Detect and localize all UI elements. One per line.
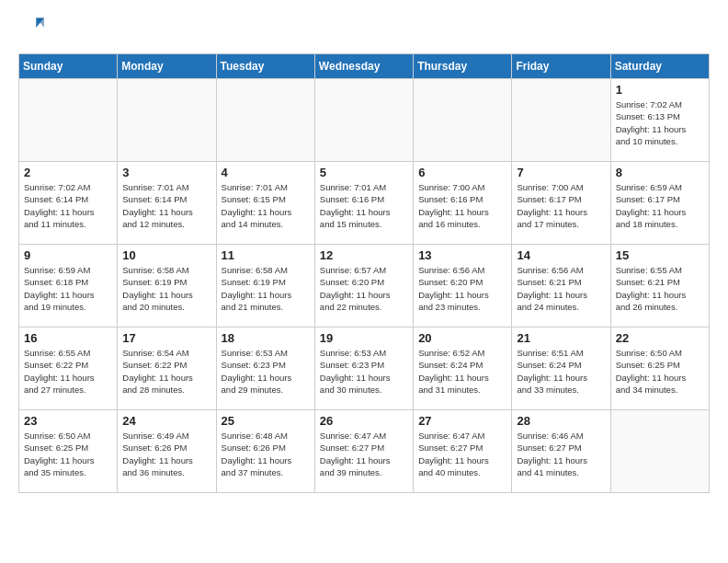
day-number: 14 <box>517 248 605 262</box>
day-number: 9 <box>24 248 112 262</box>
weekday-header-sunday: Sunday <box>19 54 118 79</box>
day-info: Sunrise: 7:01 AM Sunset: 6:15 PM Dayligh… <box>222 181 310 230</box>
day-info: Sunrise: 6:53 AM Sunset: 6:23 PM Dayligh… <box>320 347 408 396</box>
day-cell: 10Sunrise: 6:58 AM Sunset: 6:19 PM Dayli… <box>118 245 216 327</box>
day-info: Sunrise: 7:00 AM Sunset: 6:17 PM Dayligh… <box>517 181 605 230</box>
day-cell: 5Sunrise: 7:01 AM Sunset: 6:16 PM Daylig… <box>314 162 413 245</box>
day-number: 19 <box>320 331 408 345</box>
day-cell: 15Sunrise: 6:55 AM Sunset: 6:21 PM Dayli… <box>610 245 709 327</box>
day-info: Sunrise: 6:59 AM Sunset: 6:17 PM Dayligh… <box>616 181 704 230</box>
day-number: 24 <box>122 414 210 428</box>
week-row-4: 16Sunrise: 6:55 AM Sunset: 6:22 PM Dayli… <box>19 327 710 410</box>
day-cell: 13Sunrise: 6:56 AM Sunset: 6:20 PM Dayli… <box>414 245 512 327</box>
day-info: Sunrise: 6:54 AM Sunset: 6:22 PM Dayligh… <box>122 347 210 396</box>
day-info: Sunrise: 6:55 AM Sunset: 6:21 PM Dayligh… <box>616 264 704 313</box>
day-cell <box>610 410 709 493</box>
day-cell: 4Sunrise: 7:01 AM Sunset: 6:15 PM Daylig… <box>216 162 314 245</box>
day-info: Sunrise: 7:02 AM Sunset: 6:13 PM Dayligh… <box>616 98 704 147</box>
day-cell: 9Sunrise: 6:59 AM Sunset: 6:18 PM Daylig… <box>19 245 118 327</box>
day-info: Sunrise: 6:56 AM Sunset: 6:20 PM Dayligh… <box>418 264 506 313</box>
logo <box>18 18 44 44</box>
day-cell: 28Sunrise: 6:46 AM Sunset: 6:27 PM Dayli… <box>512 410 610 493</box>
day-cell: 18Sunrise: 6:53 AM Sunset: 6:23 PM Dayli… <box>216 327 314 410</box>
week-row-1: 1Sunrise: 7:02 AM Sunset: 6:13 PM Daylig… <box>19 79 710 162</box>
day-cell: 20Sunrise: 6:52 AM Sunset: 6:24 PM Dayli… <box>414 327 512 410</box>
week-row-2: 2Sunrise: 7:02 AM Sunset: 6:14 PM Daylig… <box>19 162 710 245</box>
day-number: 23 <box>24 414 112 428</box>
day-cell: 19Sunrise: 6:53 AM Sunset: 6:23 PM Dayli… <box>314 327 413 410</box>
weekday-header-saturday: Saturday <box>610 54 709 79</box>
day-number: 27 <box>418 414 506 428</box>
day-cell: 12Sunrise: 6:57 AM Sunset: 6:20 PM Dayli… <box>314 245 413 327</box>
day-info: Sunrise: 6:47 AM Sunset: 6:27 PM Dayligh… <box>418 430 506 478</box>
day-info: Sunrise: 7:00 AM Sunset: 6:16 PM Dayligh… <box>418 181 506 230</box>
week-row-3: 9Sunrise: 6:59 AM Sunset: 6:18 PM Daylig… <box>19 245 710 327</box>
day-info: Sunrise: 6:56 AM Sunset: 6:21 PM Dayligh… <box>517 264 605 313</box>
calendar-table: SundayMondayTuesdayWednesdayThursdayFrid… <box>18 53 710 493</box>
weekday-header-row: SundayMondayTuesdayWednesdayThursdayFrid… <box>19 54 710 79</box>
day-cell: 21Sunrise: 6:51 AM Sunset: 6:24 PM Dayli… <box>512 327 610 410</box>
day-info: Sunrise: 6:46 AM Sunset: 6:27 PM Dayligh… <box>517 430 605 478</box>
day-cell <box>414 79 512 162</box>
day-info: Sunrise: 6:50 AM Sunset: 6:25 PM Dayligh… <box>24 430 112 478</box>
day-number: 21 <box>517 331 605 345</box>
day-info: Sunrise: 6:59 AM Sunset: 6:18 PM Dayligh… <box>24 264 112 313</box>
day-info: Sunrise: 6:49 AM Sunset: 6:26 PM Dayligh… <box>122 430 210 478</box>
day-number: 4 <box>222 166 310 179</box>
day-number: 22 <box>616 331 704 345</box>
day-cell: 2Sunrise: 7:02 AM Sunset: 6:14 PM Daylig… <box>19 162 118 245</box>
day-number: 15 <box>616 248 704 262</box>
day-number: 7 <box>517 166 605 179</box>
day-info: Sunrise: 6:55 AM Sunset: 6:22 PM Dayligh… <box>24 347 112 396</box>
weekday-header-tuesday: Tuesday <box>216 54 314 79</box>
day-number: 2 <box>24 166 112 179</box>
day-cell: 11Sunrise: 6:58 AM Sunset: 6:19 PM Dayli… <box>216 245 314 327</box>
day-cell: 6Sunrise: 7:00 AM Sunset: 6:16 PM Daylig… <box>414 162 512 245</box>
day-cell <box>314 79 413 162</box>
day-cell: 3Sunrise: 7:01 AM Sunset: 6:14 PM Daylig… <box>118 162 216 245</box>
day-cell: 27Sunrise: 6:47 AM Sunset: 6:27 PM Dayli… <box>414 410 512 493</box>
day-info: Sunrise: 6:58 AM Sunset: 6:19 PM Dayligh… <box>122 264 210 313</box>
day-cell <box>19 79 118 162</box>
day-info: Sunrise: 6:48 AM Sunset: 6:26 PM Dayligh… <box>222 430 310 478</box>
day-number: 10 <box>122 248 210 262</box>
day-info: Sunrise: 6:53 AM Sunset: 6:23 PM Dayligh… <box>222 347 310 396</box>
day-info: Sunrise: 6:57 AM Sunset: 6:20 PM Dayligh… <box>320 264 408 313</box>
day-cell <box>512 79 610 162</box>
weekday-header-monday: Monday <box>118 54 216 79</box>
day-number: 12 <box>320 248 408 262</box>
page-header <box>18 18 710 44</box>
day-number: 3 <box>122 166 210 179</box>
day-info: Sunrise: 6:50 AM Sunset: 6:25 PM Dayligh… <box>616 347 704 396</box>
day-info: Sunrise: 7:02 AM Sunset: 6:14 PM Dayligh… <box>24 181 112 230</box>
day-info: Sunrise: 6:51 AM Sunset: 6:24 PM Dayligh… <box>517 347 605 396</box>
day-cell: 24Sunrise: 6:49 AM Sunset: 6:26 PM Dayli… <box>118 410 216 493</box>
day-cell: 17Sunrise: 6:54 AM Sunset: 6:22 PM Dayli… <box>118 327 216 410</box>
day-number: 8 <box>616 166 704 179</box>
weekday-header-thursday: Thursday <box>414 54 512 79</box>
day-cell <box>216 79 314 162</box>
day-number: 28 <box>517 414 605 428</box>
day-info: Sunrise: 6:58 AM Sunset: 6:19 PM Dayligh… <box>222 264 310 313</box>
day-cell: 1Sunrise: 7:02 AM Sunset: 6:13 PM Daylig… <box>610 79 709 162</box>
day-cell <box>118 79 216 162</box>
day-info: Sunrise: 6:47 AM Sunset: 6:27 PM Dayligh… <box>320 430 408 478</box>
week-row-5: 23Sunrise: 6:50 AM Sunset: 6:25 PM Dayli… <box>19 410 710 493</box>
logo-icon <box>18 15 44 40</box>
day-cell: 22Sunrise: 6:50 AM Sunset: 6:25 PM Dayli… <box>610 327 709 410</box>
day-cell: 8Sunrise: 6:59 AM Sunset: 6:17 PM Daylig… <box>610 162 709 245</box>
day-number: 26 <box>320 414 408 428</box>
day-number: 13 <box>418 248 506 262</box>
day-number: 17 <box>122 331 210 345</box>
day-number: 6 <box>418 166 506 179</box>
day-number: 20 <box>418 331 506 345</box>
day-info: Sunrise: 6:52 AM Sunset: 6:24 PM Dayligh… <box>418 347 506 396</box>
day-cell: 23Sunrise: 6:50 AM Sunset: 6:25 PM Dayli… <box>19 410 118 493</box>
day-cell: 7Sunrise: 7:00 AM Sunset: 6:17 PM Daylig… <box>512 162 610 245</box>
day-cell: 14Sunrise: 6:56 AM Sunset: 6:21 PM Dayli… <box>512 245 610 327</box>
day-number: 1 <box>616 83 704 97</box>
day-cell: 16Sunrise: 6:55 AM Sunset: 6:22 PM Dayli… <box>19 327 118 410</box>
weekday-header-wednesday: Wednesday <box>314 54 413 79</box>
day-cell: 26Sunrise: 6:47 AM Sunset: 6:27 PM Dayli… <box>314 410 413 493</box>
day-number: 25 <box>222 414 310 428</box>
